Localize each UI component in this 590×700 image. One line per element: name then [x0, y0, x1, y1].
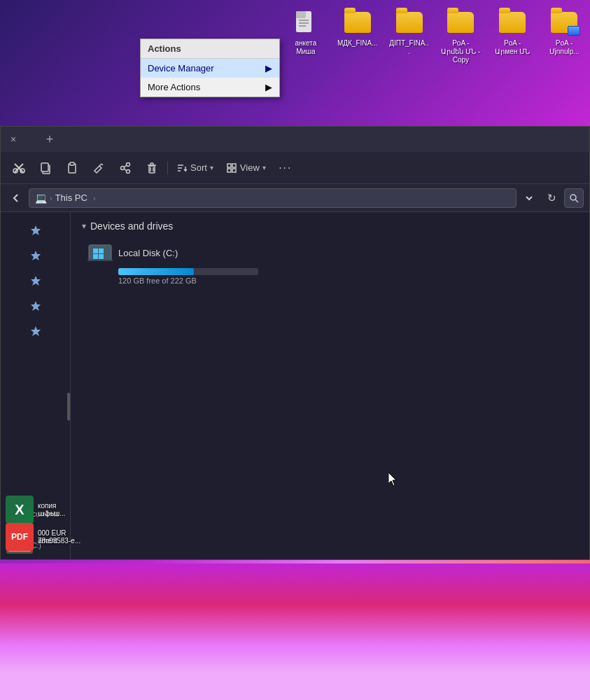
svg-line-18: [124, 165, 126, 167]
path-separator: ›: [50, 194, 52, 202]
svg-rect-2: [299, 20, 309, 21]
actions-more-actions[interactable]: More Actions ▶: [141, 78, 279, 97]
tab-item[interactable]: [23, 130, 40, 149]
sidebar-scrollbar[interactable]: [67, 393, 70, 421]
svg-point-15: [127, 162, 130, 166]
folder-icon: [447, 8, 475, 36]
svg-rect-28: [227, 164, 231, 167]
rename-button[interactable]: [86, 155, 111, 181]
section-title: Devices and drives: [90, 220, 173, 232]
desktop-icon-poa-copy[interactable]: PoA - Արմեն ՄՆ - Copy: [437, 6, 484, 67]
share-button[interactable]: [113, 155, 138, 181]
desktop-icon-anketa-misha[interactable]: анкета Миша: [283, 6, 329, 59]
actions-header: Actions: [141, 39, 279, 59]
icon-label: анкета Миша: [286, 39, 326, 56]
svg-rect-36: [93, 248, 98, 253]
svg-rect-30: [227, 169, 231, 172]
tab-close-button[interactable]: ×: [3, 130, 23, 149]
cut-button[interactable]: [6, 155, 31, 181]
drive-progress-row: 120 GB free of 222 GB: [118, 268, 578, 285]
path-text: This PC: [55, 192, 87, 203]
view-label: View: [240, 162, 260, 173]
drive-progress-bar: [118, 268, 258, 275]
svg-point-16: [127, 169, 130, 173]
section-chevron-icon: ▾: [82, 221, 86, 231]
svg-rect-31: [232, 169, 236, 172]
svg-line-13: [99, 164, 101, 166]
svg-line-14: [101, 164, 103, 165]
icon-label: МДК_FINA...: [337, 39, 378, 48]
desktop-icon-pdf[interactable]: PDF 000 EURament: [6, 523, 66, 551]
sidebar-pin-4[interactable]: [23, 293, 48, 318]
drive-size-text: 120 GB free of 222 GB: [118, 276, 578, 285]
address-path[interactable]: 💻 › This PC ›: [29, 188, 517, 208]
icon-label: PoA - Արմեն ՄՆ - Copy: [440, 39, 481, 64]
sidebar-pin-1[interactable]: [23, 218, 48, 243]
desktop-icon-mdk-fina[interactable]: МДК_FINA...: [335, 6, 381, 50]
excel-icon-label: копияաֆьш...: [38, 502, 66, 517]
actions-menu: Actions Device Manager ▶ More Actions ▶: [140, 38, 280, 97]
sort-label: Sort: [190, 162, 207, 173]
svg-point-32: [570, 195, 576, 200]
refresh-icon: ↻: [547, 192, 556, 204]
desktop-icon-dipt-fina[interactable]: ДIПТ_FINA...: [386, 6, 433, 59]
svg-rect-1: [296, 11, 306, 18]
desktop-icon-poa-mn[interactable]: PoA - Արмен ՄՆ: [489, 6, 535, 59]
paste-button[interactable]: [59, 155, 85, 181]
sidebar-pin-3[interactable]: [23, 268, 48, 293]
svg-rect-29: [232, 164, 236, 167]
actions-device-manager[interactable]: Device Manager ▶: [141, 59, 279, 78]
pdf-icon: PDF: [6, 523, 34, 551]
svg-rect-12: [70, 162, 74, 165]
arrow-icon: ▶: [265, 63, 272, 74]
svg-rect-39: [99, 254, 104, 259]
back-button[interactable]: [6, 188, 26, 208]
toolbar: Sort ▾ View ▾ ···: [1, 152, 589, 184]
pdf-icon-label: 000 EURament: [38, 529, 66, 545]
title-bar: × +: [1, 127, 589, 152]
svg-line-19: [124, 169, 126, 171]
sort-button[interactable]: Sort ▾: [171, 155, 219, 181]
sidebar-scroll-area: [1, 344, 70, 506]
svg-rect-20: [149, 166, 155, 173]
sidebar-pin-2[interactable]: [23, 243, 48, 268]
delete-button[interactable]: [139, 155, 164, 181]
path-end-chevron: ›: [93, 194, 96, 202]
refresh-button[interactable]: ↻: [542, 188, 561, 208]
svg-rect-10: [41, 163, 48, 172]
section-header-devices: ▾ Devices and drives: [82, 220, 578, 232]
svg-line-33: [575, 200, 578, 202]
svg-rect-22: [150, 163, 153, 165]
sort-chevron-icon: ▾: [210, 164, 213, 172]
svg-rect-37: [99, 248, 104, 253]
desktop-icon-poa-ujnulp[interactable]: PoA - Մjnnulp...: [541, 6, 587, 59]
actions-item-label: More Actions: [148, 82, 200, 92]
arrow-icon: ▶: [265, 82, 272, 92]
dropdown-button[interactable]: [519, 188, 539, 208]
folder-icon: [498, 8, 526, 36]
toolbar-separator: [167, 161, 168, 175]
pc-icon: 💻: [35, 192, 47, 204]
icon-label: PoA - Մjnnulp...: [544, 39, 584, 56]
bottom-left-pdf-area: PDF 000 EURament: [0, 517, 72, 556]
svg-rect-4: [299, 25, 306, 27]
sidebar-pin-5[interactable]: [23, 318, 48, 344]
drive-item-c[interactable]: Local Disk (C:) 120 GB free of 222 GB: [87, 240, 578, 285]
folder-icon: [395, 8, 423, 36]
drive-icon: [87, 240, 113, 265]
drive-label: Local Disk (C:): [118, 248, 178, 258]
tab-add-button[interactable]: +: [40, 130, 59, 149]
file-icon: [292, 8, 320, 36]
more-options-button[interactable]: ···: [273, 155, 298, 181]
svg-point-17: [121, 166, 125, 169]
folder-badge-icon: [550, 8, 578, 36]
copy-button[interactable]: [33, 155, 58, 181]
file-pane: ▾ Devices and drives: [71, 212, 589, 559]
svg-rect-3: [299, 22, 309, 24]
view-chevron-icon: ▾: [262, 164, 266, 172]
actions-item-label: Device Manager: [148, 63, 214, 74]
desktop-icons-area: анкета Миша МДК_FINA... ДIПТ_FINA... PoA…: [280, 0, 590, 119]
drive-progress-fill: [118, 268, 194, 275]
search-button[interactable]: [564, 188, 584, 208]
view-button[interactable]: View ▾: [220, 155, 272, 181]
